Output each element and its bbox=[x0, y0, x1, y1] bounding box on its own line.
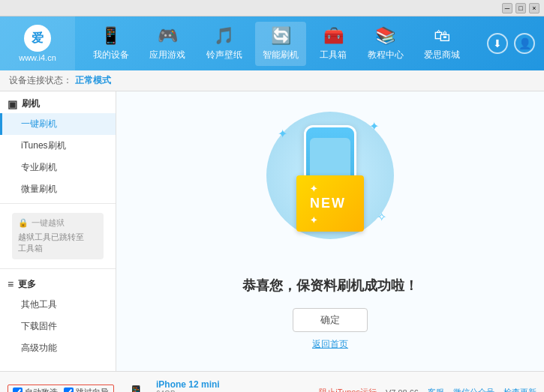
ringtones-icon: 🎵 bbox=[214, 26, 234, 46]
auto-send-checkbox[interactable]: 自动敌选 bbox=[13, 387, 58, 392]
sidebar-item-other-tools[interactable]: 其他工具 bbox=[0, 294, 116, 316]
other-tools-label: 其他工具 bbox=[21, 299, 57, 310]
logo-icon: 爱 bbox=[24, 25, 51, 52]
nav-smart-flash[interactable]: 🔄 智能刷机 bbox=[255, 22, 306, 66]
sidebar-item-advanced[interactable]: 高级功能 bbox=[0, 337, 116, 359]
sidebar-item-itunes-flash[interactable]: iTunes刷机 bbox=[0, 135, 116, 157]
status-value: 正常模式 bbox=[75, 74, 111, 87]
tutorials-icon: 📚 bbox=[375, 26, 395, 46]
micro-flash-label: 微量刷机 bbox=[21, 184, 57, 194]
back-home-link[interactable]: 返回首页 bbox=[312, 338, 348, 351]
new-ribbon: NEW bbox=[296, 175, 364, 232]
nav-my-device[interactable]: 📱 我的设备 bbox=[86, 22, 137, 66]
success-message: 恭喜您，保资料刷机成功啦！ bbox=[242, 277, 418, 295]
nav-my-device-label: 我的设备 bbox=[93, 49, 129, 61]
lock-icon: 🔒 bbox=[18, 218, 29, 228]
stop-itunes-button[interactable]: 阻止iTunes运行 bbox=[319, 387, 377, 392]
support-link[interactable]: 客服 bbox=[428, 387, 444, 392]
sidebar-item-micro-flash[interactable]: 微量刷机 bbox=[0, 178, 116, 200]
version-label: V7.98.66 bbox=[386, 388, 419, 393]
sparkle-icon-2: ✦ bbox=[369, 119, 379, 133]
sidebar-section-flash: ▣ 刷机 bbox=[0, 91, 116, 113]
sidebar-item-download-firmware[interactable]: 下载固件 bbox=[0, 316, 116, 337]
more-section-title: 更多 bbox=[18, 278, 36, 291]
smart-flash-icon: 🔄 bbox=[271, 26, 291, 46]
header-actions: ⬇ 👤 bbox=[478, 33, 544, 54]
sidebar-divider-2 bbox=[0, 268, 116, 269]
main-layout: ▣ 刷机 一键刷机 iTunes刷机 专业刷机 微量刷机 🔒 一键越狱 越狱工具… bbox=[0, 91, 544, 371]
content-area: ✦ ✦ ✧ NEW 恭喜您，保资料刷机成功啦！ 确定 返回首页 bbox=[116, 91, 544, 371]
nav-smart-flash-label: 智能刷机 bbox=[263, 49, 299, 61]
jailbreak-section: 🔒 一键越狱 越狱工具已跳转至工具箱 bbox=[12, 213, 104, 259]
phone-illustration: ✦ ✦ ✧ NEW bbox=[263, 112, 398, 262]
pro-flash-label: 专业刷机 bbox=[21, 162, 57, 172]
apps-games-icon: 🎮 bbox=[158, 26, 178, 46]
nav-store[interactable]: 🛍 爱思商城 bbox=[416, 22, 467, 66]
device-info: iPhone 12 mini 64GB Down-12mini-13,1 bbox=[156, 379, 220, 393]
download-button[interactable]: ⬇ bbox=[487, 33, 508, 54]
my-device-icon: 📱 bbox=[101, 26, 121, 46]
skip-wizard-checkbox[interactable]: 跳过向导 bbox=[64, 387, 109, 392]
device-icon: 📱 bbox=[128, 385, 144, 393]
header: 爱 www.i4.cn 📱 我的设备 🎮 应用游戏 🎵 铃声壁纸 🔄 智能刷机 … bbox=[0, 16, 544, 70]
sidebar: ▣ 刷机 一键刷机 iTunes刷机 专业刷机 微量刷机 🔒 一键越狱 越狱工具… bbox=[0, 91, 116, 371]
nav-ringtones-label: 铃声壁纸 bbox=[206, 49, 242, 61]
status-label: 设备连接状态： bbox=[9, 74, 72, 87]
status-bar: 设备连接状态： 正常模式 bbox=[0, 70, 544, 91]
sidebar-item-pro-flash[interactable]: 专业刷机 bbox=[0, 157, 116, 178]
skip-wizard-input[interactable] bbox=[64, 388, 74, 392]
sparkle-icon-3: ✧ bbox=[377, 210, 386, 224]
jailbreak-title-label: 一键越狱 bbox=[32, 217, 65, 229]
nav-apps-games[interactable]: 🎮 应用游戏 bbox=[142, 22, 193, 66]
skip-wizard-label: 跳过向导 bbox=[76, 387, 109, 392]
sidebar-section-more: ≡ 更多 bbox=[0, 272, 116, 294]
more-section-icon: ≡ bbox=[8, 278, 14, 290]
sidebar-item-one-key-flash[interactable]: 一键刷机 bbox=[0, 113, 116, 135]
toolbox-icon: 🧰 bbox=[323, 26, 344, 46]
nav-toolbox[interactable]: 🧰 工具箱 bbox=[312, 22, 354, 66]
auto-send-input[interactable] bbox=[13, 388, 23, 392]
logo-area[interactable]: 爱 www.i4.cn bbox=[0, 16, 75, 70]
confirm-button[interactable]: 确定 bbox=[293, 308, 368, 332]
auto-send-label: 自动敌选 bbox=[25, 387, 58, 392]
nav-bar: 📱 我的设备 🎮 应用游戏 🎵 铃声壁纸 🔄 智能刷机 🧰 工具箱 📚 教程中心… bbox=[75, 16, 478, 70]
store-icon: 🛍 bbox=[434, 26, 450, 46]
download-firmware-label: 下载固件 bbox=[21, 321, 57, 331]
nav-tutorials-label: 教程中心 bbox=[368, 49, 404, 61]
nav-tutorials[interactable]: 📚 教程中心 bbox=[360, 22, 411, 66]
restore-button[interactable]: □ bbox=[515, 3, 526, 13]
sidebar-divider-1 bbox=[0, 203, 116, 204]
nav-toolbox-label: 工具箱 bbox=[320, 49, 347, 61]
logo-subtitle: www.i4.cn bbox=[19, 53, 56, 62]
itunes-flash-label: iTunes刷机 bbox=[21, 140, 66, 151]
device-name: iPhone 12 mini bbox=[156, 379, 220, 390]
nav-apps-games-label: 应用游戏 bbox=[149, 49, 185, 61]
title-bar: ─ □ × bbox=[0, 0, 544, 16]
minimize-button[interactable]: ─ bbox=[502, 3, 512, 13]
jailbreak-title: 🔒 一键越狱 bbox=[18, 217, 98, 229]
close-button[interactable]: × bbox=[529, 3, 539, 13]
one-key-flash-label: 一键刷机 bbox=[21, 118, 57, 129]
flash-section-icon: ▣ bbox=[8, 98, 17, 110]
check-update-link[interactable]: 检查更新 bbox=[503, 387, 536, 392]
flash-section-title: 刷机 bbox=[22, 97, 40, 110]
advanced-label: 高级功能 bbox=[21, 343, 57, 353]
account-button[interactable]: 👤 bbox=[514, 33, 535, 54]
nav-ringtones[interactable]: 🎵 铃声壁纸 bbox=[199, 22, 250, 66]
nav-store-label: 爱思商城 bbox=[424, 49, 460, 61]
sparkle-icon-1: ✦ bbox=[278, 127, 287, 141]
device-capacity: 64GB bbox=[156, 390, 220, 393]
bottom-bar: 自动敌选 跳过向导 📱 iPhone 12 mini 64GB Down-12m… bbox=[0, 371, 544, 392]
jailbreak-note: 越狱工具已跳转至工具箱 bbox=[18, 232, 98, 255]
wechat-link[interactable]: 微信公众号 bbox=[453, 387, 494, 392]
